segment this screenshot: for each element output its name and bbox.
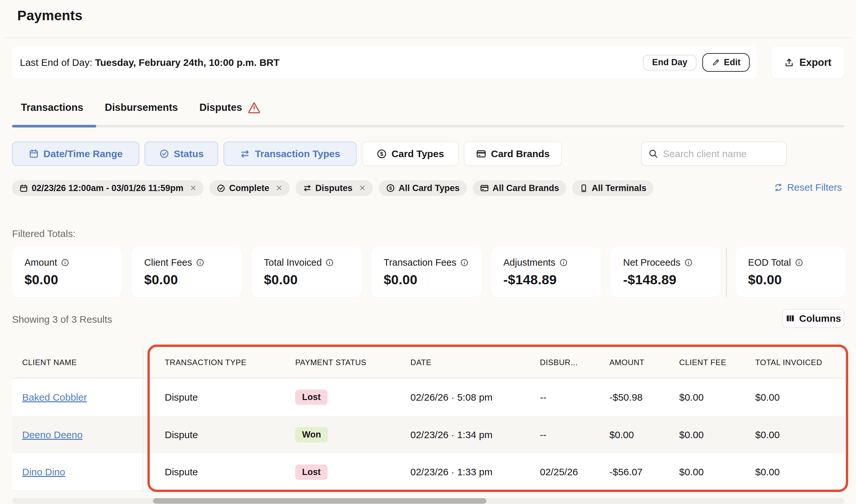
chip-date-range[interactable]: 02/23/26 12:00am - 03/01/26 11:59pm ✕	[12, 180, 204, 196]
chip-all-card-brands[interactable]: All Card Brands	[473, 180, 566, 196]
client-name-column-divider	[143, 347, 143, 492]
edit-button[interactable]: Edit	[702, 53, 750, 72]
total-card-net-proceeds: Net Proceeds -$148.89	[611, 248, 721, 297]
terminal-icon	[579, 184, 588, 193]
info-icon[interactable]	[795, 258, 803, 267]
horizontal-scrollbar-thumb[interactable]	[153, 498, 486, 504]
export-button[interactable]: Export	[771, 47, 844, 78]
table-header-row: CLIENT NAME TRANSACTION TYPE PAYMENT STA…	[12, 347, 844, 378]
chip-complete-label: Complete	[229, 183, 269, 193]
tab-disputes[interactable]: Disputes	[199, 101, 261, 114]
eod-total-divider	[726, 248, 727, 297]
info-icon[interactable]	[196, 258, 205, 267]
column-header-total-invoiced: TOTAL INVOICED	[733, 358, 844, 367]
dollar-circle-icon: $	[386, 183, 395, 193]
status-badge: Lost	[295, 390, 328, 405]
total-card-value: -$148.89	[503, 272, 589, 288]
status-badge: Won	[295, 427, 328, 443]
tab-disputes-label: Disputes	[199, 102, 242, 113]
info-icon[interactable]	[325, 258, 334, 267]
client-link[interactable]: Dino Dino	[22, 467, 65, 477]
check-circle-icon	[216, 184, 225, 193]
close-icon[interactable]: ✕	[190, 183, 196, 193]
chip-disputes[interactable]: Disputes ✕	[296, 180, 373, 196]
total-card-value: $0.00	[144, 272, 229, 288]
last-end-of-day-value: Tuesday, February 24th, 10:00 p.m. BRT	[95, 57, 280, 68]
transaction-type-cell: Dispute	[143, 429, 273, 440]
filtered-totals-heading: Filtered Totals:	[12, 228, 76, 239]
client-fee-cell: $0.00	[657, 429, 733, 440]
total-card-label: Net Proceeds	[623, 257, 681, 268]
total-card-label: Client Fees	[144, 257, 192, 268]
page-title: Payments	[17, 8, 83, 23]
total-card-value: -$148.89	[623, 272, 708, 288]
card-types-label: Card Types	[391, 148, 444, 159]
chip-all-terminals-label: All Terminals	[592, 183, 647, 193]
table-row: Deeno Deeno Dispute Won 02/23/26 · 1:34 …	[12, 416, 844, 453]
status-filter-label: Status	[174, 148, 204, 159]
disbursement-cell: 02/25/26	[518, 467, 587, 478]
info-icon[interactable]	[559, 258, 568, 267]
table-row: Baked Cobbler Dispute Lost 02/26/26 · 5:…	[12, 378, 844, 416]
amount-cell: -$50.98	[587, 392, 657, 403]
columns-button[interactable]: Columns	[782, 309, 844, 328]
end-of-day-bar: Last End of Day: Tuesday, February 24th,…	[12, 47, 757, 78]
transfer-arrows-icon	[303, 183, 312, 193]
total-card-label: Total Invoiced	[264, 257, 322, 268]
date-time-range-label: Date/Time Range	[43, 148, 123, 159]
amount-cell: $0.00	[587, 429, 657, 440]
eod-actions: End Day Edit	[643, 53, 750, 72]
tab-transactions[interactable]: Transactions	[21, 102, 83, 113]
close-icon[interactable]: ✕	[276, 183, 282, 193]
end-day-button[interactable]: End Day	[643, 55, 697, 70]
horizontal-scrollbar-track[interactable]	[12, 498, 844, 504]
card-types-filter-button[interactable]: $ Card Types	[362, 142, 459, 166]
chip-complete[interactable]: Complete ✕	[209, 180, 290, 196]
date-time-range-filter-button[interactable]: Date/Time Range	[12, 142, 139, 166]
column-header-date: DATE	[388, 358, 518, 367]
chip-all-card-types[interactable]: $ All Card Types	[379, 180, 467, 196]
client-fee-cell: $0.00	[657, 467, 733, 478]
total-card-value: $0.00	[24, 272, 110, 288]
column-header-disbursement: DISBUR...	[518, 358, 587, 367]
transactions-table: CLIENT NAME TRANSACTION TYPE PAYMENT STA…	[12, 347, 844, 491]
total-card-client-fees: Client Fees $0.00	[132, 248, 242, 297]
status-filter-button[interactable]: Status	[144, 142, 218, 166]
close-icon[interactable]: ✕	[359, 183, 366, 193]
column-header-client-fee: CLIENT FEE	[657, 358, 733, 367]
card-brands-filter-button[interactable]: Card Brands	[464, 142, 562, 166]
column-header-payment-status: PAYMENT STATUS	[273, 358, 388, 367]
info-icon[interactable]	[61, 258, 69, 267]
last-end-of-day-text: Last End of Day: Tuesday, February 24th,…	[20, 57, 280, 68]
last-end-of-day-label: Last End of Day:	[20, 57, 95, 68]
client-link[interactable]: Deeno Deeno	[22, 429, 83, 440]
pencil-icon	[712, 58, 720, 67]
filter-chips-row: 02/23/26 12:00am - 03/01/26 11:59pm ✕ Co…	[12, 180, 653, 196]
end-day-button-label: End Day	[652, 57, 687, 68]
total-card-value: $0.00	[748, 272, 833, 288]
info-icon[interactable]	[684, 258, 693, 267]
chip-disputes-label: Disputes	[315, 183, 353, 193]
check-circle-icon	[159, 149, 169, 159]
client-link[interactable]: Baked Cobbler	[22, 392, 87, 402]
tab-active-indicator	[12, 125, 96, 127]
tab-bar: Transactions Disbursements Disputes	[12, 98, 261, 118]
tab-transactions-label: Transactions	[21, 102, 83, 113]
client-search-box	[641, 142, 787, 166]
total-card-label: Amount	[24, 257, 57, 268]
results-summary: Showing 3 of 3 Results	[12, 314, 112, 325]
tab-disbursements[interactable]: Disbursements	[105, 102, 178, 113]
chip-all-terminals[interactable]: All Terminals	[572, 180, 654, 196]
credit-card-icon	[476, 149, 486, 159]
reset-filters-link[interactable]: Reset Filters	[773, 182, 842, 193]
transaction-types-filter-button[interactable]: Transaction Types	[224, 142, 356, 166]
refresh-icon	[773, 183, 783, 192]
search-input[interactable]	[663, 148, 780, 159]
header-divider	[5, 37, 851, 38]
total-card-amount: Amount $0.00	[12, 248, 122, 297]
status-badge: Lost	[295, 465, 328, 480]
info-icon[interactable]	[460, 258, 469, 267]
credit-card-icon	[480, 183, 489, 193]
column-header-client-name: CLIENT NAME	[12, 358, 143, 367]
date-cell: 02/23/26 · 1:34 pm	[388, 429, 518, 440]
